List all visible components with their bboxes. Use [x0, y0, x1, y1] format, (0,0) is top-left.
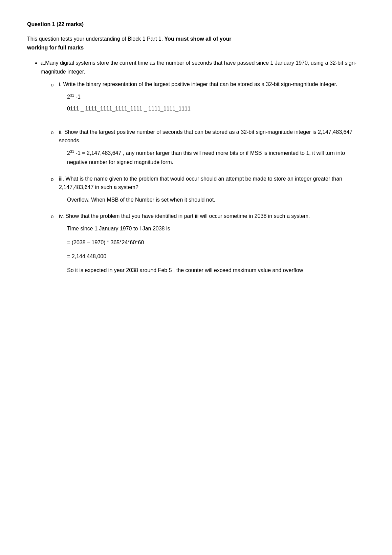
sub-iv-answer-block: Time since 1 January 1970 to I Jan 2038 …	[59, 224, 365, 275]
sub-iv-marker: o	[51, 212, 56, 221]
sub-iii-text: iii. What is the name given to the probl…	[59, 176, 342, 190]
sub-i-content: i. Write the binary representation of th…	[59, 80, 365, 125]
spacer-1	[59, 118, 365, 125]
sub-ii-answer-formula: 231 -1 = 2,147,483,647 , any number larg…	[67, 148, 365, 167]
sub-i-base: 2	[67, 94, 70, 100]
main-bullet-list: a.Many digital systems store the current…	[27, 59, 365, 280]
sub-iv-answer4: So it is expected in year 2038 around Fe…	[67, 266, 365, 275]
sub-i-minus: -1	[74, 94, 81, 100]
spacer-4	[67, 262, 365, 266]
sub-iv-content: iv. Show that the problem that you have …	[59, 212, 365, 280]
intro-text-bold1: You must show all of your	[165, 36, 232, 42]
sub-ii-text: ii. Show that the largest positive numbe…	[59, 129, 352, 144]
sub-list-a: o i. Write the binary representation of …	[41, 80, 365, 280]
sub-item-i: o i. Write the binary representation of …	[51, 80, 365, 125]
sub-ii-exponent: 31	[70, 149, 74, 153]
sub-i-answer-formula: 231 -1	[67, 92, 365, 102]
spacer-3	[67, 248, 365, 252]
question-title: Question 1 (22 marks)	[27, 20, 365, 28]
sub-iii-answer-block: Overflow. When MSB of the Number is set …	[59, 195, 365, 204]
sub-iv-text: iv. Show that the problem that you have …	[59, 213, 310, 219]
sub-ii-base: 2	[67, 150, 70, 156]
sub-i-marker: o	[51, 81, 56, 89]
sub-iii-content: iii. What is the name given to the probl…	[59, 174, 365, 209]
spacer-2	[67, 234, 365, 238]
intro-paragraph: This question tests your understanding o…	[27, 35, 365, 52]
sub-i-text: i. Write the binary representation of th…	[59, 81, 337, 87]
bullet-item-a: a.Many digital systems store the current…	[41, 59, 365, 280]
bullet-a-text: a.Many digital systems store the current…	[41, 60, 356, 75]
intro-text-normal: This question tests your understanding o…	[27, 36, 163, 42]
sub-iii-marker: o	[51, 175, 56, 183]
intro-text-bold2: working for full marks	[27, 45, 84, 50]
sub-ii-rest: -1 = 2,147,483,647 , any number larger t…	[67, 150, 345, 165]
sub-item-ii: o ii. Show that the largest positive num…	[51, 128, 365, 172]
sub-i-exponent: 31	[70, 93, 74, 97]
sub-item-iii: o iii. What is the name given to the pro…	[51, 174, 365, 209]
sub-ii-marker: o	[51, 128, 56, 137]
sub-ii-content: ii. Show that the largest positive numbe…	[59, 128, 365, 172]
page: Question 1 (22 marks) This question test…	[0, 0, 392, 555]
sub-i-answer-block: 231 -1 0111 _ 1111_1111_1111_1111 _ 1111…	[59, 92, 365, 114]
sub-iv-answer2: = (2038 – 1970) * 365*24*60*60	[67, 238, 365, 247]
sub-iv-answer1: Time since 1 January 1970 to I Jan 2038 …	[67, 224, 365, 233]
sub-item-iv: o iv. Show that the problem that you hav…	[51, 212, 365, 280]
sub-iii-answer: Overflow. When MSB of the Number is set …	[67, 195, 365, 204]
sub-iv-answer3: = 2,144,448,000	[67, 252, 365, 261]
sub-ii-answer-block: 231 -1 = 2,147,483,647 , any number larg…	[59, 148, 365, 167]
sub-i-binary: 0111 _ 1111_1111_1111_1111 _ 1111_1111_1…	[67, 104, 365, 113]
